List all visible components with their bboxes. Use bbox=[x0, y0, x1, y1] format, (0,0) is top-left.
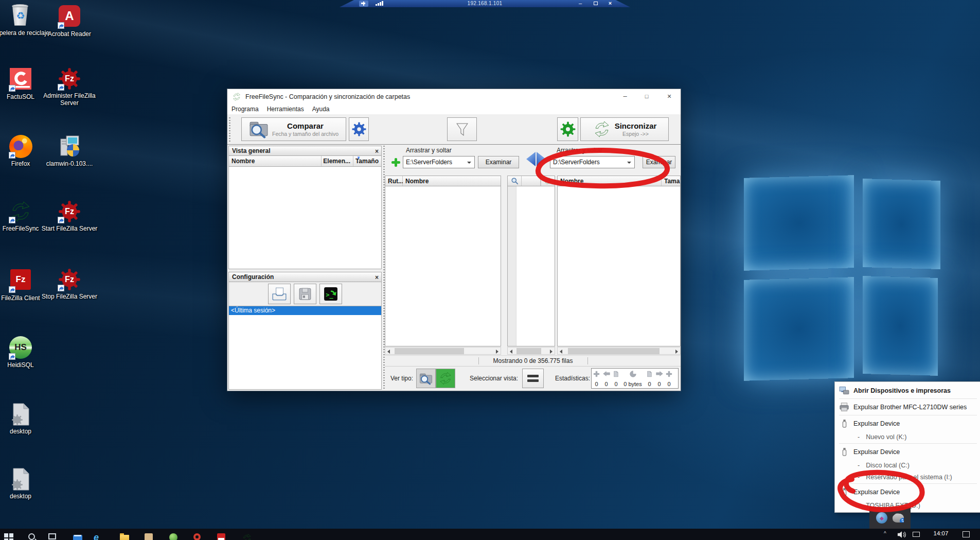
scroll-left-icon[interactable] bbox=[558, 347, 565, 354]
desktop-icon-acrobat[interactable]: A Acrobat Reader bbox=[39, 4, 100, 38]
synchronize-button[interactable]: Sincronizar Espejo ->> bbox=[580, 117, 669, 141]
column-ruta[interactable]: Rut... bbox=[385, 176, 403, 186]
right-grid-scrollbar[interactable] bbox=[557, 347, 681, 355]
menu-item-eject-device[interactable]: Expulsar Device bbox=[835, 484, 980, 499]
compare-settings-button[interactable] bbox=[349, 117, 369, 141]
scroll-right-icon[interactable] bbox=[547, 347, 555, 354]
shortcut-arrow-icon bbox=[9, 85, 15, 92]
minimize-button[interactable]: – bbox=[616, 89, 634, 104]
scrollbar-thumb[interactable] bbox=[568, 348, 660, 354]
scroll-left-icon[interactable] bbox=[508, 347, 515, 354]
right-folder-combo[interactable]: D:\ServerFolders bbox=[550, 156, 635, 168]
browse-left-button[interactable]: Examinar bbox=[478, 156, 519, 168]
config-list-selected-row[interactable]: <Última sesión> bbox=[229, 306, 381, 315]
taskbar-app-rdp[interactable] bbox=[73, 533, 84, 540]
taskbar-app-red[interactable] bbox=[217, 533, 228, 540]
taskbar-clock[interactable]: 14:07 bbox=[929, 530, 953, 536]
save-batch-job-button[interactable] bbox=[319, 284, 342, 304]
rdp-address: 192.168.1.101 bbox=[340, 1, 630, 6]
network-icon[interactable] bbox=[913, 532, 920, 537]
shortcut-arrow-icon bbox=[9, 217, 15, 223]
desktop-icon-desktop-ini[interactable]: desktop bbox=[0, 467, 51, 500]
task-view-button[interactable] bbox=[48, 533, 60, 540]
menu-item-eject-device[interactable]: Expulsar Device bbox=[835, 416, 980, 431]
menu-ayuda[interactable]: Ayuda bbox=[308, 106, 334, 113]
column-nombre[interactable]: Nombre bbox=[229, 156, 322, 166]
config-list[interactable]: <Última sesión> bbox=[228, 306, 382, 390]
search-toggle-button[interactable] bbox=[508, 176, 522, 186]
desktop-icon-administer-filezilla[interactable]: Fz Administer FileZilla Server bbox=[39, 67, 100, 107]
tray-backup-icon[interactable]: ↻ bbox=[893, 513, 904, 522]
rdp-close-button[interactable]: × bbox=[604, 0, 616, 7]
sync-direction-button[interactable] bbox=[541, 176, 555, 186]
select-view-button[interactable] bbox=[522, 369, 544, 388]
column-nombre[interactable]: Nombre bbox=[558, 176, 662, 186]
menu-item-eject-printer[interactable]: Expulsar Brother MFC-L2710DW series bbox=[835, 399, 980, 414]
desktop-icon-heidisql[interactable]: HS HeidiSQL bbox=[0, 336, 51, 369]
menu-item-volume-c[interactable]: -Disco local (C:) bbox=[835, 459, 980, 471]
taskbar-app-file-explorer[interactable] bbox=[120, 533, 131, 540]
view-type-category-button[interactable] bbox=[416, 369, 436, 388]
rdp-connection-bar[interactable]: 192.168.1.101 – × bbox=[340, 0, 630, 7]
scroll-left-icon[interactable] bbox=[385, 347, 393, 354]
menu-item-eject-device[interactable]: Expulsar Device bbox=[835, 444, 980, 459]
taskbar-app-red-ring[interactable] bbox=[193, 533, 205, 540]
config-panel-header[interactable]: Configuración × bbox=[228, 272, 382, 282]
close-button[interactable]: × bbox=[660, 89, 679, 104]
compare-button[interactable]: Comparar Fecha y tamaño del archivo bbox=[241, 117, 346, 141]
menu-programa[interactable]: Programa bbox=[227, 106, 263, 113]
save-as-button[interactable] bbox=[294, 284, 316, 304]
overview-grid-body[interactable] bbox=[228, 167, 382, 269]
desktop-icon-label: Administer FileZilla Server bbox=[39, 92, 100, 107]
scroll-right-icon[interactable] bbox=[493, 347, 501, 354]
left-grid-scrollbar[interactable] bbox=[385, 347, 501, 355]
menu-item-volume-i[interactable]: -Reservado para el sistema (I:) bbox=[835, 471, 980, 483]
middle-grid-scrollbar[interactable] bbox=[507, 347, 555, 355]
statistics-box: 0 0 0 0 bytes 0 0 0 bbox=[591, 368, 679, 389]
overview-panel-header[interactable]: Vista general × bbox=[228, 146, 382, 156]
maximize-button[interactable]: □ bbox=[637, 89, 656, 104]
add-folder-pair-button[interactable] bbox=[390, 156, 402, 168]
desktop-icon-desktop-ini[interactable]: desktop bbox=[0, 403, 51, 435]
menu-herramientas[interactable]: Herramientas bbox=[263, 106, 308, 113]
hidden-icons-flyout: ◆ ↻ bbox=[869, 507, 911, 529]
swap-sides-button[interactable] bbox=[526, 149, 547, 169]
filter-button[interactable] bbox=[447, 117, 477, 141]
taskbar-app-freefilesync[interactable] bbox=[242, 533, 253, 540]
browse-right-button[interactable]: Examinar bbox=[643, 156, 675, 168]
menu-item-volume-k[interactable]: -Nuevo vol (K:) bbox=[835, 431, 980, 443]
volume-icon[interactable] bbox=[897, 531, 908, 540]
start-button[interactable] bbox=[4, 533, 15, 540]
tray-app-icon[interactable]: ◆ bbox=[876, 512, 887, 524]
column-tamano[interactable]: ▼ Tamaño bbox=[353, 156, 381, 166]
show-hidden-icons-button[interactable]: ^ bbox=[884, 531, 886, 536]
left-grid-body[interactable] bbox=[385, 186, 501, 346]
search-button[interactable] bbox=[28, 533, 40, 540]
taskbar-app-beige[interactable] bbox=[145, 533, 156, 540]
view-type-action-button[interactable] bbox=[436, 369, 455, 388]
middle-grid-body[interactable] bbox=[507, 186, 555, 346]
taskbar-app-internet-explorer[interactable]: e bbox=[94, 533, 105, 540]
notification-center-icon[interactable] bbox=[963, 531, 970, 537]
menu-item-open-devices[interactable]: Abrir Dispositivos e impresoras bbox=[835, 383, 980, 398]
right-grid-body[interactable] bbox=[557, 186, 681, 346]
scroll-right-icon[interactable] bbox=[672, 347, 680, 354]
rdp-restore-button[interactable] bbox=[590, 0, 601, 7]
overview-columns: Nombre Elemen... ▼ Tamaño bbox=[228, 156, 382, 167]
column-nombre[interactable]: Nombre bbox=[403, 176, 501, 186]
save-config-button[interactable] bbox=[268, 284, 291, 304]
scrollbar-thumb[interactable] bbox=[395, 348, 464, 354]
title-bar[interactable]: FreeFileSync - Comparación y sincronizac… bbox=[227, 89, 681, 104]
left-folder-combo[interactable]: E:\ServerFolders bbox=[403, 156, 475, 168]
close-panel-icon[interactable]: × bbox=[375, 147, 379, 156]
scrollbar-thumb[interactable] bbox=[516, 348, 541, 354]
sync-settings-button[interactable] bbox=[557, 117, 578, 141]
taskbar-app-green[interactable] bbox=[169, 533, 181, 540]
desktop-icon-clamwin[interactable]: clamwin-0.103.... bbox=[39, 135, 100, 167]
desktop-icon-start-filezilla[interactable]: Fz Start FileZilla Server bbox=[39, 200, 100, 232]
rdp-minimize-button[interactable]: – bbox=[575, 0, 586, 7]
column-tamano[interactable]: Tama bbox=[662, 176, 680, 186]
close-panel-icon[interactable]: × bbox=[375, 273, 379, 282]
desktop-icon-stop-filezilla[interactable]: Fz Stop FileZilla Server bbox=[39, 268, 100, 300]
column-elementos[interactable]: Elemen... bbox=[322, 156, 353, 166]
